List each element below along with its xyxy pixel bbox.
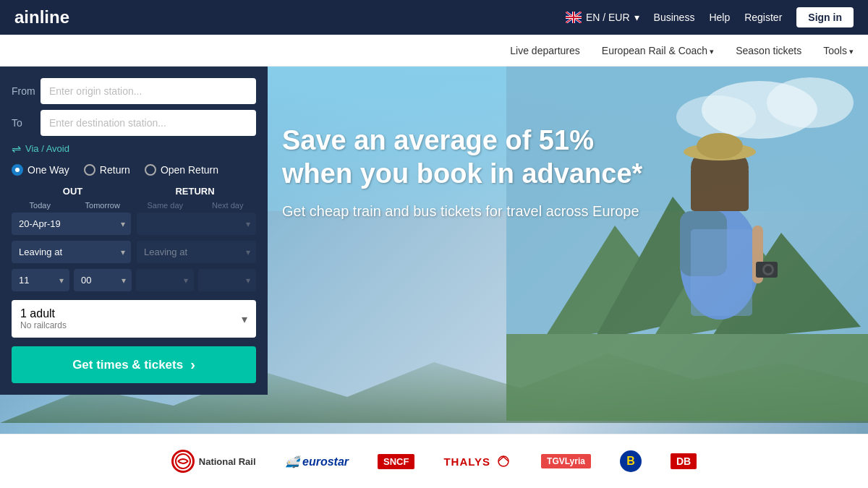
traveler-figure [506,67,868,421]
help-link[interactable]: Help [709,12,730,23]
hero-headline: Save an average of 51% when you book in … [282,124,644,190]
live-departures-link[interactable]: Live departures [510,45,580,56]
svg-point-31 [498,456,509,466]
open-return-option[interactable]: Open Return [145,164,218,176]
one-way-radio[interactable] [12,164,23,176]
partner-eurostar: 🚅 eurostar [285,455,349,468]
hero-subheadline: Get cheap train and bus tickets for trav… [282,201,644,221]
to-label: To [12,117,41,129]
one-way-label: One Way [27,164,69,176]
svg-point-28 [697,133,743,159]
from-input[interactable] [41,78,256,104]
svg-rect-17 [506,334,868,421]
svg-point-23 [765,266,772,273]
secondary-nav-links: Live departures European Rail & Coach Se… [510,45,854,56]
season-tickets-link[interactable]: Season tickets [736,45,801,56]
from-label: From [12,85,41,97]
return-option[interactable]: Return [84,164,130,176]
today-label: Today [12,201,69,210]
db-label: DB [671,453,697,469]
language-selector[interactable]: EN / EUR ▾ [566,12,639,23]
out-date-select[interactable]: 20-Apr-19 [12,213,131,235]
open-return-label: Open Return [161,164,218,176]
via-avoid-row[interactable]: ⇌ Via / Avoid [12,142,256,155]
to-input[interactable] [41,110,256,136]
return-leaving-at-select[interactable]: Leaving at [137,241,256,263]
site-logo[interactable]: ainline [14,7,69,27]
svg-rect-26 [691,168,749,211]
sign-in-button[interactable]: Sign in [796,7,854,27]
next-day-label: Next day [200,201,257,210]
one-way-option[interactable]: One Way [12,164,69,176]
b-rail-label: B [620,450,642,472]
tomorrow-label: Tomorrow [75,201,132,210]
tools-link[interactable]: Tools [823,45,854,56]
national-rail-logo-svg [175,453,191,469]
via-icon: ⇌ [12,142,21,155]
open-return-radio[interactable] [145,164,156,176]
national-rail-label: National Rail [199,456,256,467]
return-hour-wrapper [136,269,194,291]
return-hour-select[interactable] [136,269,194,291]
svg-point-11 [767,77,854,128]
eurostar-label: 🚅 eurostar [285,455,349,468]
via-avoid-label: Via / Avoid [25,143,69,154]
register-link[interactable]: Register [744,12,782,23]
trip-type-row: One Way Return Open Return [12,164,256,176]
tgv-lyria-label: TGVLyria [541,454,591,468]
out-leaving-at-select[interactable]: Leaving at Arriving by [12,241,131,263]
thalys-icon [495,455,512,467]
top-nav-links: EN / EUR ▾ Business Help Register Sign i… [566,7,854,27]
return-date-select[interactable] [137,213,256,235]
partner-b-rail: B [620,450,642,472]
european-rail-link[interactable]: European Rail & Coach [602,45,714,56]
return-minute-wrapper [198,269,256,291]
from-row: From [12,78,256,104]
top-navigation: ainline EN / EUR ▾ Business Help Registe… [0,0,868,35]
partner-national-rail: National Rail [171,450,256,473]
search-arrow-icon: › [190,356,195,373]
partners-bar: National Rail 🚅 eurostar SNCF THALYS TGV… [0,434,868,488]
hero-text-container: Save an average of 51% when you book in … [282,124,644,221]
return-leaving-at-wrapper: Leaving at [137,241,256,263]
out-leaving-at-wrapper: Leaving at Arriving by [12,241,131,263]
passengers-info: 1 adult No railcards [20,307,67,330]
svg-rect-8 [566,17,582,18]
passengers-chevron-icon: ▾ [242,312,247,326]
partner-db: DB [671,453,697,469]
out-minute-wrapper: 00 [74,269,132,291]
railcards-info: No railcards [20,320,67,330]
passengers-row[interactable]: 1 adult No railcards ▾ [12,300,256,338]
search-button-label: Get times & tickets [72,358,183,372]
out-header: OUT [12,186,134,197]
search-button[interactable]: Get times & tickets › [12,346,256,383]
booking-panel: From To ⇌ Via / Avoid One Way Return Ope… [0,67,268,395]
return-minute-select[interactable] [198,269,256,291]
return-label: Return [100,164,130,176]
partner-sncf: SNCF [378,454,414,469]
out-hour-wrapper: 11 [12,269,69,291]
out-minute-select[interactable]: 00 [74,269,132,291]
return-col-header: RETURN [134,186,256,197]
lang-chevron-icon: ▾ [634,12,639,23]
uk-flag-icon [566,12,582,23]
passengers-count: 1 adult [20,307,67,320]
partner-thalys: THALYS [443,455,512,468]
out-hour-select[interactable]: 11 [12,269,69,291]
national-rail-icon [171,450,195,473]
same-day-label: Same day [137,201,194,210]
sncf-label: SNCF [378,454,414,469]
to-row: To [12,110,256,136]
business-link[interactable]: Business [654,12,695,23]
return-radio[interactable] [84,164,95,176]
svg-rect-29 [691,229,752,316]
secondary-navigation: Live departures European Rail & Coach Se… [0,35,868,67]
language-label: EN / EUR [586,12,630,23]
out-return-headers: OUT RETURN [12,186,256,197]
partner-tgv-lyria: TGVLyria [541,454,591,468]
svg-point-12 [676,95,756,139]
thalys-label: THALYS [443,455,490,468]
